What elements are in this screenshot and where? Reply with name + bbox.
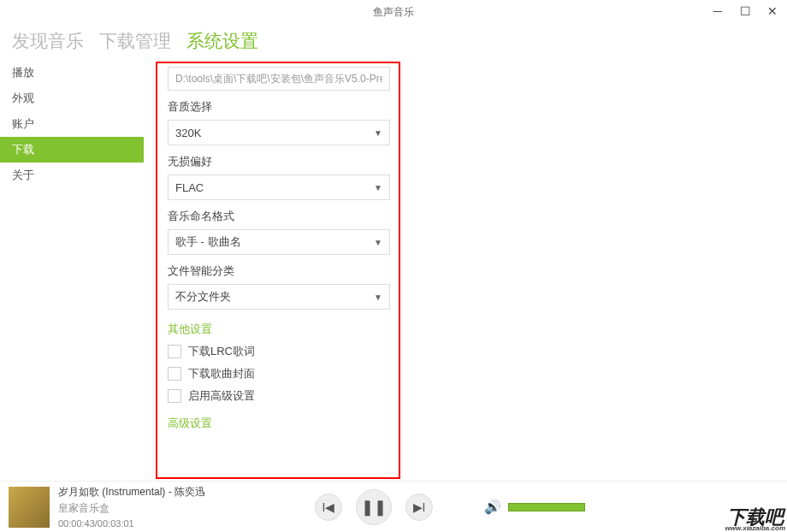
checkbox-row-lrc: 下载LRC歌词	[168, 344, 388, 359]
lossless-value: FLAC	[175, 181, 204, 194]
track-album: 皇家音乐盒	[58, 501, 298, 516]
other-settings-header: 其他设置	[168, 322, 388, 337]
checkbox-cover[interactable]	[168, 367, 181, 381]
checkbox-advanced[interactable]	[168, 389, 181, 403]
chevron-down-icon: ▼	[374, 293, 382, 302]
sidebar-item-appearance[interactable]: 外观	[0, 86, 144, 111]
album-art[interactable]	[9, 487, 50, 528]
classify-select[interactable]: 不分文件夹 ▼	[168, 284, 390, 310]
main-tabs: 发现音乐 下载管理 系统设置	[0, 24, 787, 60]
sidebar-item-account[interactable]: 账户	[0, 111, 144, 137]
download-dir-input[interactable]	[168, 67, 390, 91]
play-pause-button[interactable]: ❚❚	[356, 489, 392, 525]
watermark-url: www.xiazaiba.com	[725, 524, 785, 532]
tab-settings[interactable]: 系统设置	[186, 29, 258, 53]
checkbox-lrc-label: 下载LRC歌词	[188, 344, 255, 359]
player-bar: 岁月如歌 (Instrumental) - 陈奕迅 皇家音乐盒 00:00:43…	[0, 481, 787, 532]
settings-panel: 音质选择 320K ▼ 无损偏好 FLAC ▼ 音乐命名格式 歌手 - 歌曲名 …	[156, 62, 400, 479]
advanced-settings-header: 高级设置	[168, 416, 388, 431]
quality-label: 音质选择	[168, 99, 388, 115]
lossless-label: 无损偏好	[168, 154, 388, 169]
naming-label: 音乐命名格式	[168, 209, 388, 224]
maximize-button[interactable]: ☐	[737, 3, 753, 19]
prev-icon: I◀	[322, 500, 335, 514]
sidebar-item-playback[interactable]: 播放	[0, 60, 144, 86]
content-area: 播放 外观 账户 下载 关于 音质选择 320K ▼ 无损偏好 FLAC ▼ 音…	[0, 60, 787, 479]
volume-icon[interactable]: 🔊	[484, 499, 501, 515]
track-info: 岁月如歌 (Instrumental) - 陈奕迅 皇家音乐盒 00:00:43…	[58, 485, 298, 529]
track-title: 岁月如歌 (Instrumental) - 陈奕迅	[58, 485, 298, 499]
next-icon: ▶I	[413, 500, 426, 514]
window-controls: ─ ☐ ✕	[710, 3, 780, 19]
track-time: 00:00:43/00:03:01	[58, 518, 298, 529]
lossless-select[interactable]: FLAC ▼	[168, 174, 390, 200]
titlebar: 鱼声音乐 ─ ☐ ✕	[0, 0, 787, 24]
prev-button[interactable]: I◀	[315, 494, 342, 521]
sidebar-item-about[interactable]: 关于	[0, 163, 144, 188]
checkbox-row-advanced: 启用高级设置	[168, 388, 388, 404]
checkbox-lrc[interactable]	[168, 345, 181, 358]
pause-icon: ❚❚	[361, 498, 387, 517]
window-title: 鱼声音乐	[373, 5, 414, 20]
settings-sidebar: 播放 外观 账户 下载 关于	[0, 60, 144, 479]
watermark: 下载吧 www.xiazaiba.com	[724, 503, 787, 532]
close-button[interactable]: ✕	[765, 3, 780, 19]
minimize-button[interactable]: ─	[710, 3, 725, 19]
chevron-down-icon: ▼	[374, 183, 382, 192]
chevron-down-icon: ▼	[374, 238, 382, 247]
naming-value: 歌手 - 歌曲名	[175, 234, 241, 250]
sidebar-item-download[interactable]: 下载	[0, 137, 144, 163]
tab-download[interactable]: 下载管理	[99, 29, 171, 53]
checkbox-row-cover: 下载歌曲封面	[168, 366, 388, 381]
next-button[interactable]: ▶I	[405, 494, 433, 521]
classify-label: 文件智能分类	[168, 263, 388, 279]
player-controls: I◀ ❚❚ ▶I	[315, 489, 433, 525]
quality-value: 320K	[175, 127, 201, 139]
chevron-down-icon: ▼	[374, 128, 382, 138]
volume-slider[interactable]	[508, 503, 585, 511]
tab-discover[interactable]: 发现音乐	[12, 29, 84, 53]
naming-select[interactable]: 歌手 - 歌曲名 ▼	[168, 229, 390, 255]
classify-value: 不分文件夹	[175, 289, 231, 304]
volume-section: 🔊	[484, 499, 585, 515]
quality-select[interactable]: 320K ▼	[168, 120, 390, 145]
checkbox-cover-label: 下载歌曲封面	[188, 366, 255, 381]
checkbox-advanced-label: 启用高级设置	[188, 388, 255, 404]
